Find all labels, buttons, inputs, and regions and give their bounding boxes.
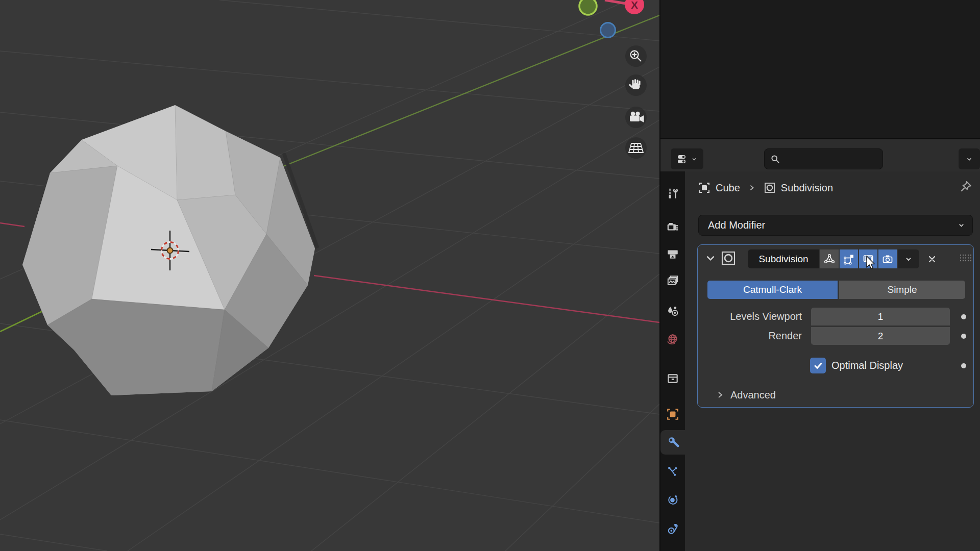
add-modifier-label: Add Modifier (708, 219, 765, 231)
subdivision-type-simple[interactable]: Simple (839, 281, 965, 299)
tab-collection[interactable] (660, 366, 685, 391)
decorator-dot[interactable] (961, 334, 966, 339)
camera-view-button[interactable] (625, 107, 647, 128)
gizmo-y-axis-ball[interactable] (579, 0, 597, 15)
edit-mode-icon (843, 253, 855, 265)
subdivision-modifier-icon (720, 250, 737, 266)
levels-render-field[interactable]: 2 (811, 327, 950, 345)
optimal-display-label[interactable]: Optimal Display (831, 358, 903, 373)
editor-type-button[interactable] (671, 148, 703, 169)
properties-editor-icon (677, 153, 690, 165)
chevron-down-icon (966, 156, 973, 163)
subdivision-type-catmull-clark[interactable]: Catmull-Clark (707, 281, 838, 299)
levels-viewport-label: Levels Viewport (708, 308, 802, 325)
chevron-down-icon (904, 255, 913, 263)
object-icon (698, 182, 710, 194)
tool-icon (666, 187, 679, 201)
gizmo-z-axis-ball[interactable] (601, 23, 616, 38)
tab-view-layer[interactable] (660, 268, 685, 293)
tab-scene[interactable] (660, 299, 685, 323)
world-globe-icon (666, 333, 679, 346)
tab-constraints[interactable] (660, 517, 685, 541)
advanced-subpanel-header[interactable]: Advanced (716, 386, 956, 404)
toggle-render-display[interactable] (878, 249, 897, 268)
empty-editor-area (660, 0, 980, 138)
tab-tool[interactable] (660, 182, 685, 206)
breadcrumb-object[interactable]: Cube (716, 182, 740, 194)
chevron-down-icon (958, 221, 965, 229)
toggle-edit-mode[interactable] (840, 249, 858, 268)
tab-world[interactable] (660, 327, 685, 352)
levels-viewport-field[interactable]: 1 (811, 308, 950, 325)
printer-icon (666, 247, 679, 261)
decorator-dot[interactable] (961, 314, 966, 319)
monitor-icon (862, 253, 874, 265)
chevron-right-icon (748, 184, 755, 191)
pin-icon (959, 180, 973, 194)
check-icon (813, 361, 823, 371)
toggle-realtime-display[interactable] (859, 249, 877, 268)
tab-modifiers-active[interactable] (660, 430, 685, 455)
tab-particles[interactable] (660, 459, 685, 484)
subdivision-modifier-panel: Subdivision (697, 244, 974, 408)
close-icon (927, 255, 937, 264)
search-input[interactable] (764, 148, 883, 169)
object-icon (666, 408, 679, 421)
collection-box-icon (666, 372, 679, 385)
breadcrumb-modifier[interactable]: Subdivision (781, 182, 833, 194)
modifier-icon (764, 182, 776, 194)
tab-render[interactable] (660, 215, 685, 239)
toggle-on-cage[interactable] (820, 249, 839, 268)
scene-icon (666, 305, 679, 318)
tab-object[interactable] (660, 402, 685, 427)
pin-button[interactable] (959, 180, 974, 195)
camera-icon (881, 253, 894, 265)
gizmo-x-label: X (631, 0, 638, 11)
zoom-button[interactable] (625, 45, 647, 67)
viewport-3d[interactable]: X (0, 0, 659, 551)
header-options-button[interactable] (959, 148, 980, 169)
pan-button[interactable] (625, 74, 647, 96)
image-stack-icon (666, 274, 679, 287)
chevron-right-icon (716, 391, 724, 399)
optimal-display-checkbox[interactable] (810, 358, 826, 373)
modifier-drag-handle[interactable] (959, 253, 972, 263)
object-origin-dot (167, 248, 173, 254)
particles-icon (666, 465, 679, 478)
wrench-icon (666, 436, 680, 449)
physics-icon (666, 493, 679, 506)
on-cage-icon (823, 253, 836, 265)
add-modifier-button[interactable]: Add Modifier (698, 215, 973, 236)
search-icon (770, 154, 781, 165)
constraints-icon (666, 522, 679, 536)
tab-output[interactable] (660, 242, 685, 266)
blender-window: X (0, 0, 980, 551)
decorator-dot[interactable] (961, 363, 966, 368)
render-camera-icon (666, 220, 679, 234)
chevron-down-icon (691, 156, 697, 162)
levels-render-label: Render (708, 327, 802, 345)
advanced-label: Advanced (730, 389, 776, 401)
modifier-extras-button[interactable] (898, 249, 919, 268)
drag-dots-icon (959, 253, 972, 263)
breadcrumb: Cube Subdivision (698, 179, 974, 197)
grid-ortho-button[interactable] (625, 137, 647, 159)
panel-collapse-button[interactable] (704, 252, 717, 265)
modifier-delete-button[interactable] (924, 252, 940, 267)
tab-physics[interactable] (660, 487, 685, 512)
chevron-down-icon (704, 252, 717, 265)
modifier-name-field[interactable]: Subdivision (748, 249, 819, 268)
